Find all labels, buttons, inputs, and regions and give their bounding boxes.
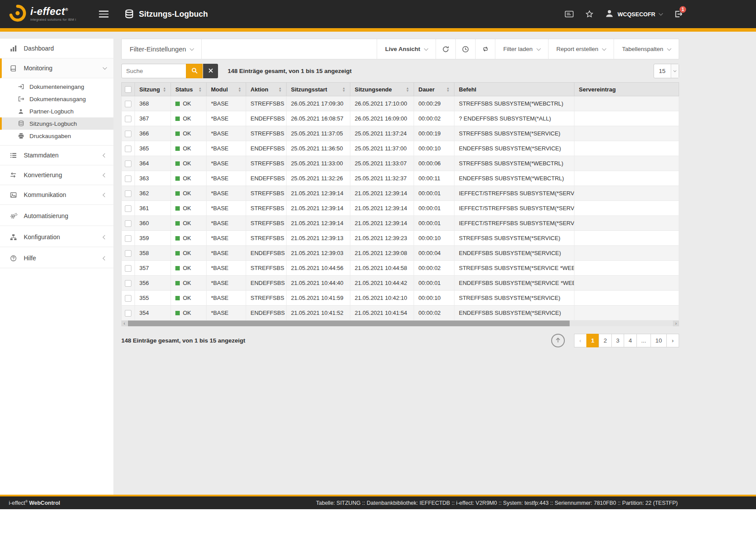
cell-servereintrag (574, 246, 679, 261)
favorites-star-icon[interactable] (585, 10, 593, 18)
filter-load-dropdown[interactable]: Filter laden (495, 39, 548, 59)
row-checkbox[interactable] (125, 146, 131, 152)
table-row[interactable]: 357 OK *BASE STREFFSBS 21.05.2021 10:44:… (122, 261, 679, 276)
sort-icons[interactable]: ▲▼ (199, 87, 202, 92)
sidebar-item-konvertierung[interactable]: Konvertierung (0, 165, 113, 185)
history-clock-button[interactable] (455, 39, 475, 59)
row-checkbox[interactable] (125, 250, 131, 257)
table-row[interactable]: 366 OK *BASE STREFFSBS 25.05.2021 11:37:… (122, 126, 679, 141)
table-row[interactable]: 364 OK *BASE STREFFSBS 25.05.2021 11:33:… (122, 156, 679, 171)
table-row[interactable]: 360 OK *BASE STREFFSBS 21.05.2021 12:39:… (122, 216, 679, 231)
table-row[interactable]: 355 OK *BASE STREFFSBS 21.05.2021 10:41:… (122, 291, 679, 306)
sort-icons[interactable]: ▲▼ (279, 87, 282, 92)
sidebar-item-partner-logbuch[interactable]: Partner-Logbuch (0, 105, 113, 117)
row-checkbox[interactable] (125, 310, 131, 317)
table-row[interactable]: 356 OK *BASE ENDEFFSBS 21.05.2021 10:44:… (122, 276, 679, 291)
main-content: Filter-Einstellungen Live Ansicht (121, 32, 679, 495)
sidebar-item-dokumenteneingang[interactable]: Dokumenteneingang (0, 80, 113, 93)
row-checkbox[interactable] (125, 160, 131, 167)
brand-logo[interactable]: i-effect® integrated solutions for IBM i (8, 4, 76, 24)
search-button[interactable] (186, 64, 203, 78)
row-checkbox[interactable] (125, 265, 131, 272)
logout-button[interactable]: 1 (674, 10, 682, 18)
table-row[interactable]: 361 OK *BASE STREFFSBS 21.05.2021 12:39:… (122, 201, 679, 216)
page-button-current[interactable]: 1 (586, 334, 600, 347)
page-button[interactable]: › (666, 334, 679, 347)
chevron-left-icon (103, 257, 106, 260)
row-checkbox[interactable] (125, 190, 131, 197)
column-header-dauer[interactable]: Dauer▲▼ (414, 83, 454, 96)
table-row[interactable]: 363 OK *BASE ENDEFFSBS 25.05.2021 11:32:… (122, 171, 679, 186)
row-checkbox[interactable] (125, 101, 131, 107)
cell-modul: *BASE (207, 246, 246, 261)
table-row[interactable]: 359 OK *BASE STREFFSBS 21.05.2021 12:39:… (122, 231, 679, 246)
page-button[interactable]: 10 (651, 334, 667, 347)
page-size-select[interactable]: 15 (654, 64, 679, 78)
sidebar-item-hilfe[interactable]: Hilfe (0, 248, 113, 268)
cell-modul: *BASE (207, 111, 246, 126)
row-checkbox[interactable] (125, 295, 131, 302)
scroll-to-top-button[interactable] (551, 334, 565, 347)
refresh-button[interactable] (436, 39, 455, 59)
table-row[interactable]: 362 OK *BASE STREFFSBS 21.05.2021 12:39:… (122, 186, 679, 201)
sort-icons[interactable]: ▲▼ (238, 87, 241, 92)
sidebar-item-dokumentenausgang[interactable]: Dokumentenausgang (0, 93, 113, 105)
table-columns-dropdown[interactable]: Tabellenspalten (614, 39, 679, 59)
sidebar-item-konfiguration[interactable]: Konfiguration (0, 227, 113, 247)
row-checkbox[interactable] (125, 116, 131, 122)
column-header-status[interactable]: Status▲▼ (171, 83, 207, 96)
page-button[interactable]: ... (636, 334, 651, 347)
clear-search-button[interactable] (203, 64, 218, 78)
sidebar-item-dashboard[interactable]: Dashboard (0, 39, 113, 58)
row-checkbox[interactable] (125, 220, 131, 227)
page-button[interactable]: ‹ (574, 334, 587, 347)
create-report-dropdown[interactable]: Report erstellen (548, 39, 614, 59)
sort-icons[interactable]: ▲▼ (163, 87, 166, 92)
scroll-left-arrow[interactable]: ‹ (121, 321, 127, 326)
row-checkbox[interactable] (125, 131, 131, 137)
column-header-sitzungsstart[interactable]: Sitzungsstart▲▼ (287, 83, 350, 96)
table-row[interactable]: 367 OK *BASE ENDEFFSBS 26.05.2021 16:08:… (122, 111, 679, 126)
sidebar-item-stammdaten[interactable]: Stammdaten (0, 146, 113, 165)
scrollbar-thumb[interactable] (128, 321, 570, 326)
table-row[interactable]: 354 OK *BASE ENDEFFSBS 21.05.2021 10:41:… (122, 306, 679, 321)
live-view-dropdown[interactable]: Live Ansicht (377, 39, 436, 59)
column-header-befehl[interactable]: Befehl (454, 83, 574, 96)
column-header-servereintrag[interactable]: Servereintrag (574, 83, 679, 96)
sidebar-item-druckausgaben[interactable]: Druckausgaben (0, 130, 113, 142)
cell-sitzungsstart: 21.05.2021 10:44:56 (287, 261, 350, 276)
sort-icons[interactable]: ▲▼ (342, 87, 345, 92)
table-row[interactable]: 365 OK *BASE ENDEFFSBS 25.05.2021 11:36:… (122, 141, 679, 156)
sort-icons[interactable]: ▲▼ (406, 87, 409, 92)
scrollbar-track[interactable] (127, 321, 673, 326)
sidebar-item-monitoring[interactable]: Monitoring (0, 58, 113, 78)
page-button[interactable]: 2 (599, 334, 612, 347)
horizontal-scrollbar[interactable]: ‹ › (121, 321, 679, 326)
sort-icons[interactable]: ▲▼ (447, 87, 450, 92)
system-log-icon[interactable] (565, 11, 574, 18)
sidebar-toggle-button[interactable] (99, 11, 109, 18)
search-input[interactable] (121, 64, 186, 78)
select-all-checkbox[interactable] (125, 86, 131, 93)
sidebar-item-kommunikation[interactable]: Kommunikation (0, 185, 113, 205)
sidebar-item-automatisierung[interactable]: Automatisierung (0, 206, 113, 226)
auto-reload-button[interactable] (475, 39, 495, 59)
user-menu[interactable]: WCQSECOFR (605, 9, 662, 19)
bar-chart-icon (10, 45, 18, 52)
row-checkbox[interactable] (125, 235, 131, 242)
page-button[interactable]: 3 (611, 334, 625, 347)
column-header-sitzung[interactable]: Sitzung▲▼ (135, 83, 171, 96)
scroll-right-arrow[interactable]: › (673, 321, 679, 326)
row-checkbox[interactable] (125, 205, 131, 212)
row-checkbox[interactable] (125, 175, 131, 182)
filter-settings-dropdown[interactable]: Filter-Einstellungen (122, 39, 202, 59)
column-header-sitzungsende[interactable]: Sitzungsende▲▼ (350, 83, 414, 96)
cell-befehl: IEFFECT/STREFFSBS SUBSYSTEM(*SERVICE) (454, 186, 574, 201)
sidebar-item-sitzungs-logbuch[interactable]: Sitzungs-Logbuch (0, 117, 113, 130)
table-row[interactable]: 358 OK *BASE ENDEFFSBS 21.05.2021 12:39:… (122, 246, 679, 261)
page-button[interactable]: 4 (624, 334, 637, 347)
column-header-aktion[interactable]: Aktion▲▼ (246, 83, 287, 96)
row-checkbox[interactable] (125, 280, 131, 287)
column-header-modul[interactable]: Modul▲▼ (207, 83, 246, 96)
table-row[interactable]: 368 OK *BASE STREFFSBS 26.05.2021 17:09:… (122, 96, 679, 111)
